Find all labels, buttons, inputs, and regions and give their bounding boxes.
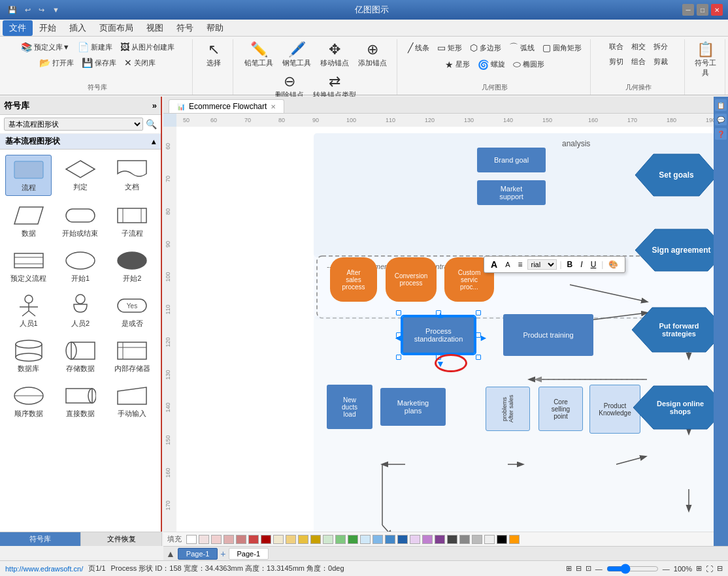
- after-sales-shape[interactable]: Aftersalesprocess: [330, 257, 377, 302]
- combine-btn[interactable]: 组合: [629, 56, 648, 68]
- shape-category-select[interactable]: 基本流程图形状: [4, 118, 143, 131]
- redo-quick-btn[interactable]: ↪: [36, 5, 47, 16]
- shape-item-predef-flow[interactable]: 预定义流程: [5, 246, 52, 286]
- left-arrow-handle[interactable]: ◄: [393, 332, 403, 343]
- set-goals-shape[interactable]: Set goals: [634, 153, 719, 197]
- fill-medblue[interactable]: [385, 535, 395, 544]
- underline-btn[interactable]: U: [588, 259, 599, 270]
- menu-file[interactable]: 文件: [3, 20, 33, 36]
- fill-red[interactable]: [248, 535, 259, 544]
- market-support-shape[interactable]: Marketsupport: [477, 180, 546, 205]
- rect-btn[interactable]: ▭矩形: [435, 40, 465, 55]
- shape-item-data[interactable]: 数据: [5, 201, 52, 241]
- fill-verylightgray[interactable]: [484, 535, 495, 544]
- fill-gold[interactable]: [298, 535, 308, 544]
- page-add-btn[interactable]: +: [220, 549, 225, 559]
- shape-item-yesno[interactable]: Yes 是或否: [109, 291, 156, 331]
- fill-purple[interactable]: [422, 535, 433, 544]
- fill-darkpurple[interactable]: [435, 535, 445, 544]
- zoom-slider[interactable]: [606, 564, 659, 574]
- close-lib-btn[interactable]: ✕关闭库: [122, 56, 158, 69]
- pen-btn[interactable]: 🖊️钢笔工具: [279, 40, 314, 70]
- process-std-shape[interactable]: Processstandardization: [402, 316, 475, 354]
- shape-item-stored[interactable]: 存储数据: [57, 336, 103, 376]
- clip-btn[interactable]: 剪切: [606, 56, 626, 68]
- select-tool-btn[interactable]: ↖ 选择: [201, 40, 227, 70]
- shape-item-internal[interactable]: 内部存储器: [109, 336, 156, 376]
- shape-item-start1[interactable]: 开始1: [57, 246, 103, 286]
- intersect-btn[interactable]: 相交: [629, 40, 648, 53]
- core-selling-shape[interactable]: Coresellingpoint: [538, 387, 583, 431]
- fill-amber[interactable]: [310, 535, 321, 544]
- text-size-down-btn[interactable]: A: [503, 260, 512, 269]
- sidebar-collapse-btn[interactable]: »: [152, 101, 157, 110]
- search-icon[interactable]: 🔍: [146, 119, 157, 129]
- shape-item-db[interactable]: 数据库: [5, 336, 52, 376]
- union-btn[interactable]: 联合: [606, 40, 626, 53]
- fill-dark[interactable]: [447, 535, 457, 544]
- fill-lightgreen[interactable]: [323, 535, 333, 544]
- page-tab-2[interactable]: Page-1: [229, 548, 269, 560]
- trim-btn[interactable]: 剪裁: [651, 56, 670, 68]
- add-anchor-btn[interactable]: ⊕添加锚点: [355, 40, 390, 70]
- menu-view[interactable]: 视图: [140, 20, 170, 36]
- arc-btn[interactable]: ⌒弧线: [506, 40, 537, 55]
- fill-yellow[interactable]: [286, 535, 296, 544]
- fill-green[interactable]: [335, 535, 346, 544]
- shape-item-person1[interactable]: 人员1: [5, 291, 52, 331]
- marketing-plans-shape[interactable]: Marketingplans: [380, 388, 446, 426]
- put-forward-shape[interactable]: Put forwardstrategies: [631, 306, 720, 353]
- shape-item-doc[interactable]: 文档: [109, 155, 156, 196]
- round-rect-btn[interactable]: ▢圆角矩形: [540, 40, 584, 55]
- shape-item-seq[interactable]: 顺序数据: [5, 381, 52, 421]
- view-icon2[interactable]: ⊟: [576, 564, 582, 573]
- save-lib-btn[interactable]: 💾保存库: [79, 56, 119, 69]
- fill-white[interactable]: [186, 535, 197, 544]
- shape-item-person2[interactable]: 人员2: [57, 291, 103, 331]
- grid-btn[interactable]: ⊟: [717, 564, 723, 573]
- line-btn[interactable]: ╱线条: [405, 40, 432, 55]
- text-align-btn[interactable]: ≡: [515, 259, 525, 270]
- fill-gray[interactable]: [459, 535, 470, 544]
- close-btn[interactable]: ✕: [711, 4, 723, 16]
- bold-btn[interactable]: B: [565, 259, 576, 270]
- fill-lightred[interactable]: [211, 535, 222, 544]
- page-tab-1[interactable]: Page-1: [178, 548, 218, 560]
- section-collapse-icon[interactable]: ▴: [152, 137, 156, 146]
- fill-lavender[interactable]: [410, 535, 420, 544]
- maximize-btn[interactable]: □: [697, 4, 708, 16]
- fit-btn[interactable]: ⊞: [696, 564, 702, 573]
- split-btn[interactable]: 拆分: [651, 40, 670, 53]
- menu-page-layout[interactable]: 页面布局: [93, 20, 140, 36]
- sidebar-tab-symbol[interactable]: 符号库: [0, 532, 81, 546]
- new-lib-btn[interactable]: 📄新建库: [75, 40, 115, 54]
- font-select[interactable]: rial: [527, 259, 557, 270]
- shape-item-start-end[interactable]: 开始或结束: [57, 201, 103, 241]
- shape-item-flow[interactable]: 流程: [5, 155, 52, 196]
- ellipse-btn[interactable]: ⬭椭圆形: [510, 57, 547, 71]
- shape-item-start2[interactable]: 开始2: [109, 246, 156, 286]
- minimize-btn[interactable]: ─: [682, 4, 694, 16]
- menu-insert[interactable]: 插入: [63, 20, 93, 36]
- new-products-shape[interactable]: Newductsload: [327, 385, 372, 429]
- rp-btn-3[interactable]: ❓: [715, 128, 727, 140]
- bottom-arrow-handle[interactable]: ▼: [436, 359, 445, 369]
- product-training-shape[interactable]: Product training: [503, 314, 593, 356]
- page-nav-left[interactable]: ▲: [166, 549, 175, 559]
- sign-agreement-shape[interactable]: Sign agreement: [634, 228, 720, 272]
- tab-close-icon[interactable]: ✕: [271, 103, 276, 110]
- save-quick-btn[interactable]: 💾: [5, 5, 20, 16]
- fill-pink[interactable]: [199, 535, 209, 544]
- more-quick-btn[interactable]: ▼: [50, 5, 62, 15]
- symbol-tool-btn[interactable]: 📋 符号工具: [690, 40, 721, 80]
- view-icon1[interactable]: ⊞: [566, 564, 572, 573]
- move-anchor-btn[interactable]: ✥移动锚点: [317, 40, 352, 70]
- from-image-btn[interactable]: 🖼从图片创建库: [118, 40, 177, 54]
- fill-black[interactable]: [497, 535, 507, 544]
- canvas-tab-flowchart[interactable]: 📊 Ecommerce Flowchart ✕: [169, 99, 284, 113]
- rp-btn-2[interactable]: 💬: [715, 114, 727, 125]
- shape-item-subprocess[interactable]: 子流程: [109, 201, 156, 241]
- spiral-btn[interactable]: 🌀螺旋: [475, 57, 508, 71]
- fill-darkred[interactable]: [261, 535, 271, 544]
- top-arrow-handle[interactable]: ▲: [436, 310, 445, 320]
